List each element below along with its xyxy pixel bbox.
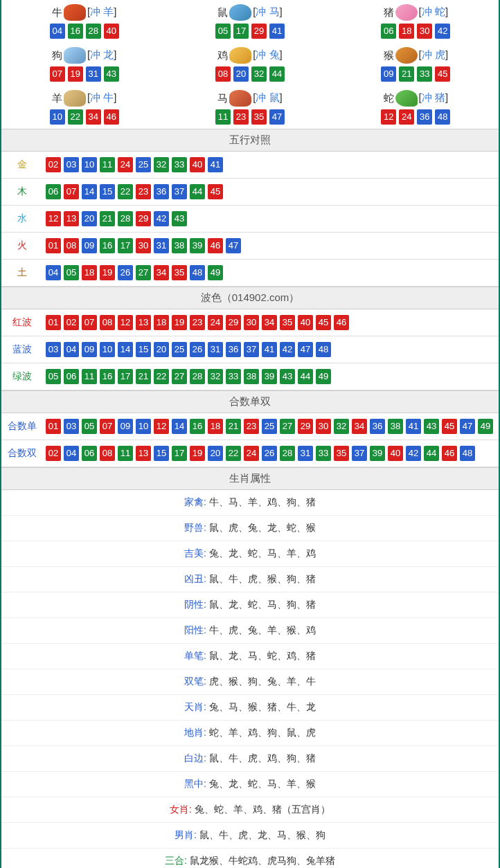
number-ball: 34 (352, 419, 367, 434)
number-ball: 35 (251, 109, 267, 125)
attr-row: 凶丑: 鼠、牛、虎、猴、狗、猪 (1, 567, 499, 593)
number-ball: 08 (100, 446, 115, 461)
zodiac-animal-icon (64, 4, 86, 21)
attr-value: 牛、虎、兔、羊、猴、鸡 (209, 624, 316, 635)
number-ball: 06 (46, 184, 61, 199)
number-ball: 12 (46, 211, 61, 226)
attr-value: 虎、猴、狗、兔、羊、牛 (209, 676, 316, 687)
attr-label: 地肖: (184, 727, 206, 738)
number-ball: 33 (316, 446, 331, 461)
number-ball: 01 (46, 238, 61, 253)
number-ball: 28 (280, 446, 295, 461)
number-ball: 40 (388, 446, 403, 461)
number-ball: 27 (136, 265, 151, 280)
number-ball: 19 (172, 315, 187, 330)
number-ball: 28 (190, 369, 205, 384)
number-ball: 21 (226, 419, 241, 434)
number-ball: 08 (64, 238, 79, 253)
attr-value: 蛇、羊、鸡、狗、鼠、虎 (209, 727, 316, 738)
attr-value: 兔、马、猴、猪、牛、龙 (209, 701, 316, 712)
number-ball: 20 (233, 66, 249, 82)
row-balls: 0102070812131819232429303435404546 (43, 315, 499, 330)
number-ball: 41 (269, 24, 285, 39)
attr-label: 单笔: (184, 650, 206, 661)
number-ball: 36 (154, 184, 169, 199)
zodiac-name: 羊 (52, 92, 62, 104)
attr-value: 鼠、虎、兔、龙、蛇、猴 (209, 522, 316, 533)
zodiac-animal-icon (229, 47, 251, 64)
number-ball: 19 (100, 265, 115, 280)
number-ball: 46 (334, 315, 349, 330)
number-ball: 08 (100, 315, 115, 330)
number-ball: 37 (352, 446, 367, 461)
number-ball: 10 (136, 419, 151, 434)
number-ball: 42 (406, 446, 421, 461)
number-ball: 32 (251, 66, 267, 82)
number-ball: 10 (82, 157, 97, 172)
attr-label: 阴性: (184, 599, 206, 610)
number-ball: 30 (417, 24, 432, 39)
number-ball: 38 (388, 419, 403, 434)
row-label: 水 (1, 211, 43, 226)
number-ball: 33 (172, 157, 187, 172)
number-ball: 24 (244, 446, 259, 461)
number-ball: 11 (215, 109, 231, 125)
row-balls: 04051819262734354849 (43, 265, 499, 280)
zodiac-conflict: [冲 猪] (419, 91, 449, 103)
number-ball: 10 (100, 342, 115, 357)
attr-label: 三合: (165, 855, 187, 866)
number-ball: 42 (280, 342, 295, 357)
zodiac-name: 蛇 (384, 92, 394, 104)
number-ball: 14 (82, 184, 97, 199)
number-ball: 01 (46, 419, 61, 434)
row-balls: 0204060811131517192022242628313335373940… (43, 446, 499, 461)
attr-value: 兔、蛇、羊、鸡、猪（五宫肖） (195, 804, 330, 815)
number-ball: 12 (381, 109, 396, 125)
row-label: 火 (1, 238, 43, 253)
data-row: 红波0102070812131819232429303435404546 (1, 309, 499, 336)
attr-label: 凶丑: (184, 573, 206, 584)
zodiac-name: 鸡 (217, 49, 228, 61)
attr-value: 鼠、牛、虎、鸡、狗、猪 (209, 752, 316, 763)
number-ball: 13 (136, 315, 151, 330)
number-ball: 03 (46, 342, 61, 357)
data-row: 木06071415222336374445 (1, 179, 499, 206)
number-ball: 06 (64, 369, 79, 384)
attr-row: 女肖: 兔、蛇、羊、鸡、猪（五宫肖） (1, 797, 499, 823)
number-ball: 44 (424, 446, 439, 461)
number-ball: 03 (64, 419, 79, 434)
number-ball: 17 (118, 369, 133, 384)
number-ball: 47 (460, 419, 475, 434)
number-ball: 07 (82, 315, 97, 330)
number-ball: 22 (226, 446, 241, 461)
number-ball: 15 (100, 184, 115, 199)
zodiac-cell: 羊[冲 牛]10223446 (1, 86, 167, 129)
data-row: 土04051819262734354849 (1, 260, 499, 287)
number-ball: 38 (172, 238, 187, 253)
number-ball: 18 (208, 419, 223, 434)
number-ball: 35 (334, 446, 349, 461)
number-ball: 05 (82, 419, 97, 434)
number-ball: 39 (190, 238, 205, 253)
attr-value: 牛、马、羊、鸡、狗、猪 (209, 496, 316, 507)
number-ball: 13 (64, 211, 79, 226)
number-ball: 41 (406, 419, 421, 434)
attr-label: 双笔: (184, 676, 206, 687)
number-ball: 26 (118, 265, 133, 280)
number-ball: 14 (118, 342, 133, 357)
number-ball: 11 (82, 369, 97, 384)
section-wuxing: 五行对照 (1, 129, 499, 152)
zodiac-title: 猪[冲 蛇] (333, 4, 499, 21)
number-ball: 48 (316, 342, 331, 357)
zodiac-title: 马[冲 鼠] (167, 90, 332, 107)
number-ball: 27 (172, 369, 187, 384)
attr-label: 吉美: (184, 548, 206, 559)
number-ball: 24 (118, 157, 133, 172)
number-ball: 43 (424, 419, 439, 434)
number-ball: 28 (118, 211, 133, 226)
number-ball: 04 (64, 342, 79, 357)
zodiac-name: 猴 (384, 49, 394, 61)
attr-row: 野兽: 鼠、虎、兔、龙、蛇、猴 (1, 516, 499, 541)
number-ball: 48 (190, 265, 205, 280)
zodiac-name: 鼠 (217, 6, 228, 18)
